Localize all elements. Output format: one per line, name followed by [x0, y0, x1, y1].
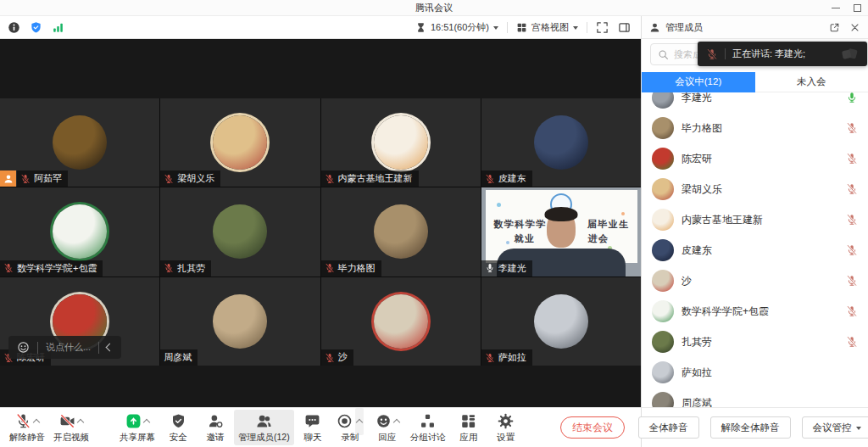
chevron-up-icon[interactable] — [144, 413, 149, 430]
window-controls — [832, 4, 868, 12]
invite-icon — [208, 413, 224, 429]
member-avatar — [652, 92, 674, 109]
toolbar-item-apps[interactable]: 应用 — [450, 410, 487, 445]
chevron-up-icon[interactable] — [355, 408, 364, 435]
end-meeting-button[interactable]: 结束会议 — [560, 416, 625, 439]
slide-text: 就业 — [514, 232, 535, 245]
unmute-all-button[interactable]: 解除全体静音 — [710, 416, 791, 439]
member-row[interactable]: 内蒙古基地王建新 — [642, 204, 868, 235]
mute-all-button[interactable]: 全体静音 — [638, 416, 699, 439]
meeting-secured-shield-icon[interactable] — [30, 21, 42, 34]
popout-panel-icon[interactable] — [829, 22, 840, 33]
member-row[interactable]: 毕力格图 — [642, 113, 868, 143]
toolbar-item-invite[interactable]: 邀请 — [197, 410, 234, 445]
chevron-up-icon[interactable] — [78, 413, 83, 430]
tab-not-joined[interactable]: 未入会 — [755, 72, 868, 92]
button-label: 解除全体静音 — [721, 422, 780, 434]
record-icon — [337, 413, 353, 429]
video-tile-11[interactable]: 沙 — [321, 277, 481, 366]
toolbar-item-label: 共享屏幕 — [120, 432, 155, 444]
participant-avatar — [534, 294, 588, 349]
member-row[interactable]: 萨如拉 — [642, 357, 868, 388]
emoji-smiley-icon[interactable] — [17, 341, 30, 354]
member-mic-muted-icon[interactable] — [846, 122, 858, 134]
mic-muted-icon — [164, 263, 174, 273]
tile-bottom-bar: 沙 — [321, 349, 353, 366]
tile-bottom-bar: 皮建东 — [481, 170, 532, 187]
member-mic-muted-icon[interactable] — [846, 244, 858, 256]
gear-icon — [498, 413, 514, 429]
video-tile-12[interactable]: 萨如拉 — [481, 277, 641, 366]
mic-on-icon — [485, 263, 495, 273]
view-mode-dropdown[interactable]: 宫格视图 — [516, 21, 578, 34]
video-tile-6[interactable]: 扎其劳 — [160, 187, 320, 276]
meeting-duration-dropdown[interactable]: 16:51(60分钟) — [415, 21, 498, 34]
toolbar-item-gear[interactable]: 设置 — [487, 410, 525, 445]
participant-avatar — [213, 204, 267, 259]
member-tabs: 会议中(12)未入会 — [642, 72, 868, 92]
mic-muted-icon — [706, 48, 718, 60]
shield-icon — [170, 413, 186, 429]
member-mic-muted-icon[interactable] — [846, 336, 858, 348]
video-tile-10[interactable]: 周彦斌 — [160, 277, 320, 366]
member-avatar — [652, 148, 674, 170]
member-row[interactable]: 数学科学学院+包霞 — [642, 296, 868, 327]
member-row[interactable]: 梁胡义乐 — [642, 174, 868, 204]
member-row[interactable]: 陈宏研 — [642, 143, 868, 174]
side-panel-layout-icon[interactable] — [618, 21, 631, 34]
quick-chat-bubble[interactable]: 说点什么... — [8, 336, 121, 359]
member-row[interactable]: 李建光 — [642, 92, 868, 113]
panel-body: 正在讲话: 李建光; 会议中(12)未入会 李建光毕力格图陈宏研梁胡义乐内蒙古基… — [642, 39, 868, 407]
video-tile-1[interactable]: 阿茹罕 — [0, 98, 159, 187]
chevron-up-icon[interactable] — [34, 413, 39, 430]
toolbar-item-label: 管理成员(12) — [238, 432, 290, 444]
chevron-up-icon[interactable] — [394, 413, 399, 430]
person-icon — [3, 174, 14, 184]
member-mic-muted-icon[interactable] — [846, 305, 858, 317]
member-row[interactable]: 周彦斌 — [642, 388, 868, 407]
members-icon — [256, 413, 272, 429]
toolbar-item-breakout[interactable]: 分组讨论 — [406, 410, 450, 445]
view-mode-text: 宫格视图 — [531, 21, 569, 34]
quick-chat-placeholder[interactable]: 说点什么... — [46, 341, 91, 354]
fullscreen-icon[interactable] — [596, 21, 609, 34]
video-tile-2[interactable]: 梁胡义乐 — [160, 98, 320, 187]
info-icon[interactable] — [8, 21, 20, 34]
member-name: 梁胡义乐 — [682, 182, 722, 197]
toolbar-item-chat[interactable]: 聊天 — [294, 410, 331, 445]
member-list[interactable]: 李建光毕力格图陈宏研梁胡义乐内蒙古基地王建新皮建东沙数学科学学院+包霞扎其劳萨如… — [642, 92, 868, 407]
video-tile-8[interactable]: 数学科学学届毕业生 就业进会 李建光 — [481, 187, 641, 276]
toolbar-item-mic-off[interactable]: 解除静音 — [5, 410, 49, 445]
maximize-button[interactable] — [854, 4, 861, 12]
tile-bottom-bar: 阿茹罕 — [0, 170, 68, 187]
tab-in-meeting[interactable]: 会议中(12) — [642, 72, 755, 92]
minimize-button[interactable] — [832, 8, 840, 8]
close-panel-icon[interactable] — [849, 22, 860, 33]
toolbar-item-share[interactable]: 共享屏幕 — [115, 410, 159, 445]
toolbar-item-record[interactable]: 录制 — [331, 410, 369, 445]
toolbar-item-cam-off[interactable]: 开启视频 — [49, 410, 93, 445]
video-tile-3[interactable]: 内蒙古基地王建新 — [321, 98, 481, 187]
chevron-left-collapse-icon[interactable] — [106, 344, 114, 352]
member-row[interactable]: 扎其劳 — [642, 327, 868, 357]
member-avatar — [652, 117, 674, 139]
video-tile-5[interactable]: 数学科学学院+包霞 — [0, 187, 159, 276]
member-mic-muted-icon[interactable] — [846, 275, 858, 287]
member-row[interactable]: 沙 — [642, 265, 868, 296]
member-mic-muted-icon[interactable] — [846, 153, 858, 165]
network-signal-icon[interactable] — [52, 21, 64, 34]
toolbar-item-members[interactable]: 管理成员(12) — [234, 410, 294, 445]
divider — [725, 48, 726, 59]
video-tile-4[interactable]: 皮建东 — [481, 98, 641, 187]
toolbar-item-react[interactable]: 回应 — [369, 410, 406, 445]
participant-name: 梁胡义乐 — [177, 172, 214, 185]
meeting-control-button[interactable]: 会议管控 — [802, 416, 868, 439]
meeting-toolbar-top: 16:51(60分钟) 宫格视图 — [0, 16, 641, 39]
member-row[interactable]: 皮建东 — [642, 235, 868, 265]
member-name: 毕力格图 — [682, 121, 722, 136]
member-mic-muted-icon[interactable] — [846, 183, 858, 195]
video-tile-7[interactable]: 毕力格图 — [321, 187, 481, 276]
member-mic-on-icon[interactable] — [846, 92, 858, 103]
member-mic-muted-icon[interactable] — [846, 214, 858, 226]
toolbar-item-shield[interactable]: 安全 — [159, 410, 197, 445]
